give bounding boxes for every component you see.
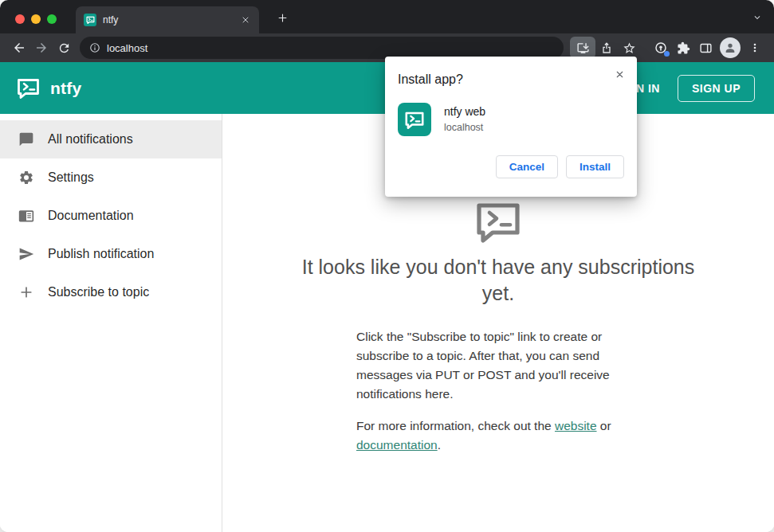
- profile-avatar-icon[interactable]: [720, 37, 741, 58]
- install-dialog-title: Install app?: [398, 72, 624, 87]
- sidebar-item-label: All notifications: [48, 132, 133, 147]
- install-button[interactable]: Install: [566, 155, 624, 178]
- bookmark-star-icon[interactable]: [618, 37, 640, 59]
- ntfy-app-icon: [398, 103, 431, 136]
- sidebar: All notifications Settings Documentation…: [0, 114, 222, 532]
- empty-state-paragraph: Click the "Subscribe to topic" link to c…: [356, 327, 640, 404]
- install-dialog-origin: localhost: [444, 122, 485, 133]
- empty-state-paragraph-links: For more information, check out the webs…: [356, 417, 640, 455]
- site-info-icon[interactable]: [89, 42, 100, 53]
- sidebar-item-settings[interactable]: Settings: [0, 158, 222, 197]
- sidebar-item-publish-notification[interactable]: Publish notification: [0, 235, 222, 273]
- new-tab-icon[interactable]: [273, 9, 291, 26]
- extension-badge: [664, 51, 670, 57]
- cancel-button[interactable]: Cancel: [496, 155, 558, 178]
- tab-close-icon[interactable]: [238, 13, 253, 27]
- minimize-window-button[interactable]: [31, 14, 41, 24]
- paragraph2-prefix: For more information, check out the: [356, 419, 555, 432]
- install-dialog-app-row: ntfy web localhost: [398, 103, 624, 136]
- sign-up-button[interactable]: SIGN UP: [678, 75, 755, 102]
- ntfy-empty-state-icon: [473, 200, 523, 243]
- extension-icon[interactable]: [650, 37, 672, 59]
- back-icon[interactable]: [8, 37, 30, 59]
- menu-kebab-icon[interactable]: [744, 37, 766, 59]
- gear-icon: [17, 168, 36, 187]
- install-dialog-app-name: ntfy web: [444, 105, 485, 118]
- documentation-link[interactable]: documentation: [356, 438, 438, 452]
- address-bar[interactable]: localhost: [80, 37, 564, 59]
- browser-tab-ntfy[interactable]: ntfy: [76, 6, 259, 33]
- sidebar-item-label: Settings: [48, 170, 94, 185]
- close-icon[interactable]: [611, 65, 628, 83]
- sidebar-item-all-notifications[interactable]: All notifications: [0, 120, 222, 158]
- extensions-puzzle-icon[interactable]: [672, 37, 694, 59]
- sidebar-item-label: Publish notification: [48, 247, 154, 261]
- install-app-icon[interactable]: [570, 37, 595, 59]
- tab-strip-chevron-icon[interactable]: [750, 10, 764, 25]
- ntfy-logo-icon: [16, 77, 41, 99]
- install-dialog-actions: Cancel Install: [398, 155, 624, 178]
- browser-window: ntfy localhost: [0, 0, 774, 532]
- chat-bubble-icon: [17, 130, 36, 149]
- forward-icon[interactable]: [30, 37, 53, 59]
- install-dialog-app-info: ntfy web localhost: [444, 103, 485, 133]
- address-url: localhost: [107, 42, 147, 54]
- ntfy-favicon: [84, 14, 96, 26]
- website-link[interactable]: website: [555, 419, 597, 432]
- app-title: ntfy: [50, 79, 81, 98]
- sidebar-item-subscribe-to-topic[interactable]: Subscribe to topic: [0, 273, 222, 311]
- book-icon: [17, 206, 36, 225]
- traffic-lights: [15, 14, 57, 24]
- zoom-window-button[interactable]: [47, 14, 57, 24]
- sidebar-item-label: Subscribe to topic: [48, 285, 149, 299]
- empty-state-heading: It looks like you don't have any subscri…: [299, 254, 697, 307]
- plus-icon: [17, 283, 36, 302]
- send-icon: [17, 244, 36, 264]
- paragraph2-suffix: .: [438, 438, 441, 452]
- side-panel-icon[interactable]: [694, 37, 717, 59]
- sidebar-item-documentation[interactable]: Documentation: [0, 197, 222, 235]
- install-app-dialog: Install app? ntfy web localhost Cancel I…: [385, 57, 637, 197]
- close-window-button[interactable]: [15, 14, 25, 24]
- reload-icon[interactable]: [53, 37, 75, 59]
- tab-title: ntfy: [103, 14, 238, 25]
- sidebar-item-label: Documentation: [48, 209, 134, 223]
- share-icon[interactable]: [595, 37, 618, 59]
- paragraph2-middle: or: [597, 419, 611, 432]
- tab-strip: ntfy: [0, 0, 774, 33]
